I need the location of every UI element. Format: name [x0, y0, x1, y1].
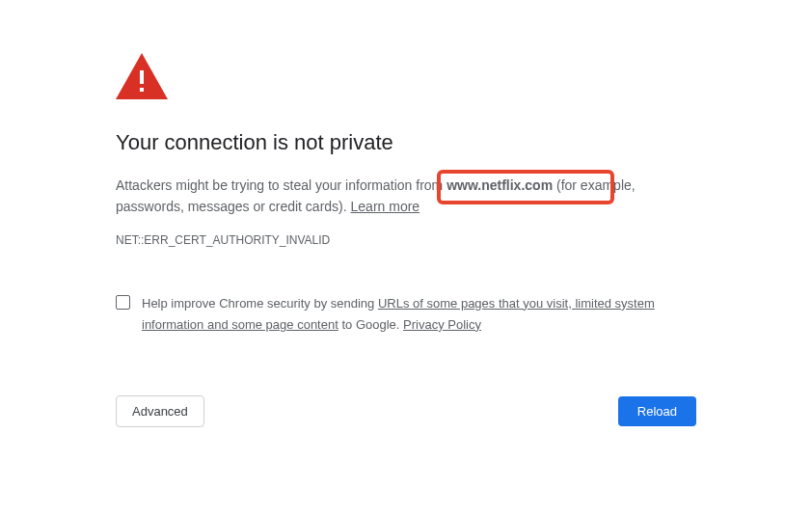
svg-rect-0	[140, 70, 144, 84]
advanced-button[interactable]: Advanced	[116, 395, 204, 427]
warning-triangle-icon	[116, 53, 696, 103]
privacy-policy-link[interactable]: Privacy Policy	[403, 317, 481, 332]
domain-name: www.netflix.com	[447, 177, 553, 193]
description-prefix: Attackers might be trying to steal your …	[116, 177, 447, 193]
opt-in-checkbox[interactable]	[116, 295, 130, 310]
opt-in-row: Help improve Chrome security by sending …	[116, 293, 696, 336]
ssl-error-page: Your connection is not private Attackers…	[0, 0, 812, 427]
opt-in-text: Help improve Chrome security by sending …	[142, 293, 696, 336]
error-code: NET::ERR_CERT_AUTHORITY_INVALID	[116, 233, 696, 247]
page-heading: Your connection is not private	[116, 130, 696, 155]
warning-description: Attackers might be trying to steal your …	[116, 175, 696, 218]
reload-button[interactable]: Reload	[618, 396, 696, 426]
button-row: Advanced Reload	[116, 395, 696, 427]
opt-in-prefix: Help improve Chrome security by sending	[142, 296, 378, 311]
opt-in-middle: to Google.	[338, 317, 403, 332]
svg-rect-1	[140, 88, 144, 92]
learn-more-link[interactable]: Learn more	[351, 199, 420, 214]
